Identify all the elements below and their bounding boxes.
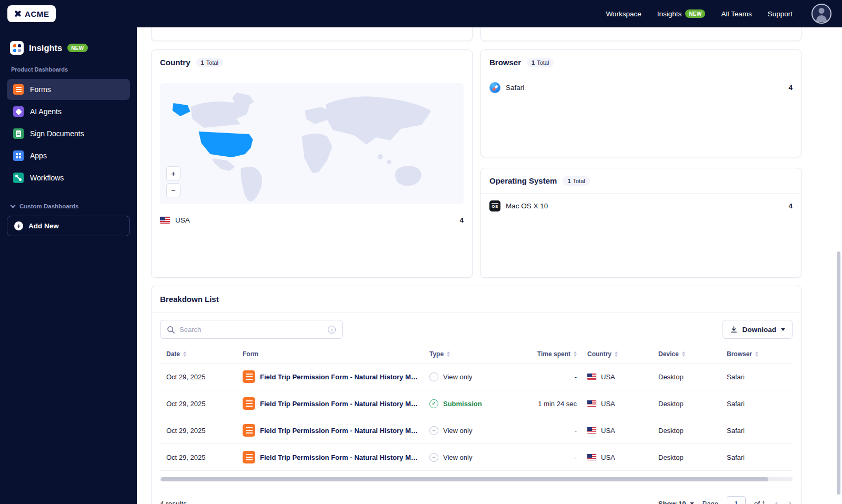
cell-country: USA: [581, 390, 652, 417]
cell-time-spent: 1 min 24 sec: [507, 390, 581, 417]
zoom-out-button[interactable]: −: [166, 183, 181, 197]
sidebar-title: Insights: [29, 43, 62, 53]
cell-form: Field Trip Permission Form - Natural His…: [236, 444, 423, 471]
download-button[interactable]: Download: [723, 320, 793, 339]
add-new-button[interactable]: + Add New: [7, 216, 130, 236]
nav-all-teams-label: All Teams: [721, 10, 751, 18]
breakdown-list-card: Breakdown List Download: [151, 286, 801, 504]
browser-total-count: 1: [532, 59, 535, 66]
os-entry-value: 4: [788, 202, 793, 210]
sidebar-item-sign-documents[interactable]: Sign Documents: [7, 123, 130, 144]
country-total-label: Total: [206, 59, 218, 66]
cell-form: Field Trip Permission Form - Natural His…: [236, 390, 423, 417]
sign-documents-icon: [13, 128, 24, 139]
clipped-card-left: [151, 27, 473, 41]
info-icon[interactable]: [328, 326, 336, 334]
cell-os: Mac OS X 10: [789, 417, 793, 444]
add-new-label: Add New: [28, 222, 59, 230]
cell-date: Oct 29, 2025: [160, 390, 236, 417]
browser-entry-safari: Safari 4: [481, 75, 801, 100]
form-icon: [243, 397, 255, 410]
map-zoom-controls: + −: [166, 166, 181, 197]
usa-flag-icon: [587, 374, 596, 380]
search-input[interactable]: [179, 326, 323, 334]
brand-name: ACME: [25, 9, 49, 18]
sort-icon: [615, 351, 618, 357]
form-link[interactable]: Field Trip Permission Form - Natural His…: [260, 373, 419, 381]
cell-time-spent: -: [507, 364, 581, 390]
vertical-scrollbar[interactable]: [837, 251, 840, 495]
sort-icon: [682, 351, 685, 357]
show-per-page-label: Show 10: [658, 500, 686, 504]
os-total-count: 1: [567, 178, 570, 184]
custom-dashboards-label: Custom Dashboards: [19, 203, 78, 209]
form-link[interactable]: Field Trip Permission Form - Natural His…: [260, 453, 419, 461]
usa-flag-icon: [587, 400, 596, 407]
page-of-label: of 1: [754, 500, 766, 504]
previous-page-button[interactable]: ‹: [774, 498, 779, 504]
world-map[interactable]: + −: [160, 83, 464, 204]
column-header-device[interactable]: Device: [652, 345, 720, 364]
column-header-time-spent[interactable]: Time spent: [507, 345, 581, 364]
sidebar-new-badge: NEW: [67, 44, 87, 52]
sidebar-item-apps[interactable]: Apps: [7, 145, 130, 166]
search-box: [160, 320, 343, 339]
column-header-date[interactable]: Date: [160, 345, 236, 364]
usa-flag-icon: [160, 217, 170, 224]
sidebar-item-workflows[interactable]: Workflows: [7, 167, 130, 188]
acme-logo-icon: [14, 10, 21, 17]
column-header-operating-system[interactable]: Operating System: [789, 345, 793, 364]
sidebar-item-label: AI Agents: [30, 107, 62, 116]
sort-icon: [755, 351, 758, 357]
browser-entry-label: Safari: [506, 84, 524, 92]
column-header-form[interactable]: Form: [236, 345, 423, 364]
results-count: 4 results: [160, 500, 187, 504]
cell-device: Desktop: [652, 390, 720, 417]
sidebar: Insights NEW Product Dashboards Forms AI…: [0, 27, 137, 504]
os-entry-label: Mac OS X 10: [506, 202, 548, 210]
nav-workspace[interactable]: Workspace: [606, 10, 641, 18]
next-page-button[interactable]: ›: [787, 498, 793, 504]
country-card: Country 1 Total: [151, 49, 473, 278]
browser-card: Browser 1 Total Safari 4: [480, 49, 801, 157]
cell-browser: Safari: [720, 364, 789, 390]
forms-icon: [13, 84, 24, 95]
column-header-country[interactable]: Country: [581, 345, 652, 364]
sort-icon: [447, 351, 450, 357]
form-link[interactable]: Field Trip Permission Form - Natural His…: [260, 400, 419, 408]
nav-support[interactable]: Support: [768, 10, 793, 18]
cell-browser: Safari: [720, 390, 789, 417]
horizontal-scrollbar-thumb[interactable]: [161, 477, 768, 481]
form-icon: [243, 370, 255, 383]
insights-new-badge: NEW: [685, 9, 705, 18]
sidebar-item-ai-agents[interactable]: AI Agents: [7, 101, 130, 122]
breakdown-table-viewport: Date Form Type Time spent Country Device…: [160, 345, 793, 471]
page-label: Page: [703, 500, 718, 504]
zoom-in-button[interactable]: +: [166, 166, 181, 180]
country-card-title: Country: [160, 58, 191, 67]
sidebar-header: Insights NEW: [7, 38, 130, 63]
page-number-input[interactable]: [727, 496, 746, 504]
cell-type: View only: [423, 417, 507, 444]
horizontal-scrollbar[interactable]: [160, 477, 793, 481]
cell-form: Field Trip Permission Form - Natural His…: [236, 417, 423, 444]
form-link[interactable]: Field Trip Permission Form - Natural His…: [260, 427, 419, 435]
country-entry-label: USA: [175, 216, 190, 224]
user-avatar[interactable]: [811, 4, 831, 24]
cell-device: Desktop: [652, 444, 720, 471]
acme-logo[interactable]: ACME: [7, 5, 56, 22]
show-per-page-dropdown[interactable]: Show 10: [658, 500, 694, 504]
top-navigation: Workspace Insights NEW All Teams Support: [606, 4, 831, 24]
column-header-type[interactable]: Type: [423, 345, 507, 364]
cell-os: Mac OS X 10: [789, 444, 793, 471]
custom-dashboards-toggle[interactable]: Custom Dashboards: [7, 189, 130, 216]
cell-country: USA: [581, 444, 652, 471]
nav-insights[interactable]: Insights NEW: [657, 9, 706, 18]
search-icon: [167, 326, 175, 334]
cell-device: Desktop: [652, 417, 720, 444]
nav-all-teams[interactable]: All Teams: [721, 10, 751, 18]
macos-icon: [489, 200, 500, 211]
nav-workspace-label: Workspace: [606, 10, 641, 18]
column-header-browser[interactable]: Browser: [720, 345, 789, 364]
sidebar-item-forms[interactable]: Forms: [7, 79, 130, 100]
